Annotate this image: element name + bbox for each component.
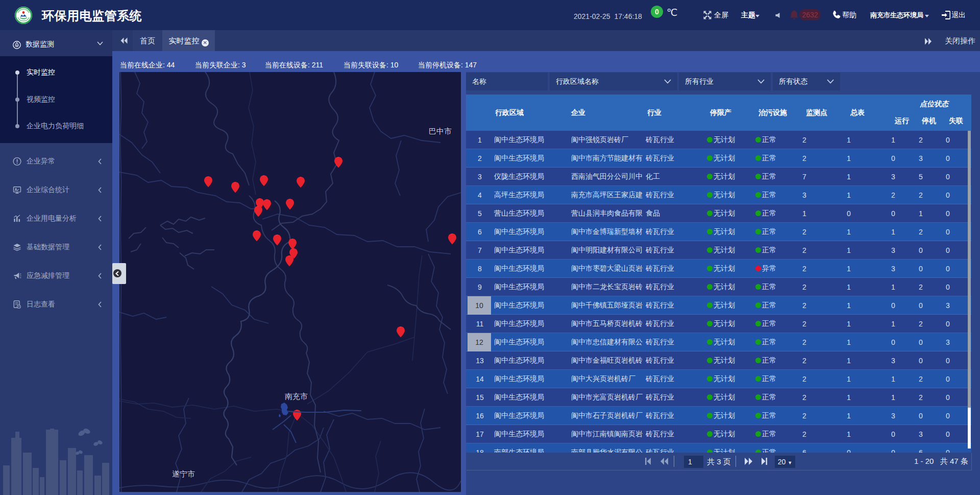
svg-text:南充市: 南充市 — [285, 392, 308, 400]
svg-text:巴中市: 巴中市 — [429, 127, 452, 135]
svg-text:遂宁市: 遂宁市 — [172, 469, 195, 478]
